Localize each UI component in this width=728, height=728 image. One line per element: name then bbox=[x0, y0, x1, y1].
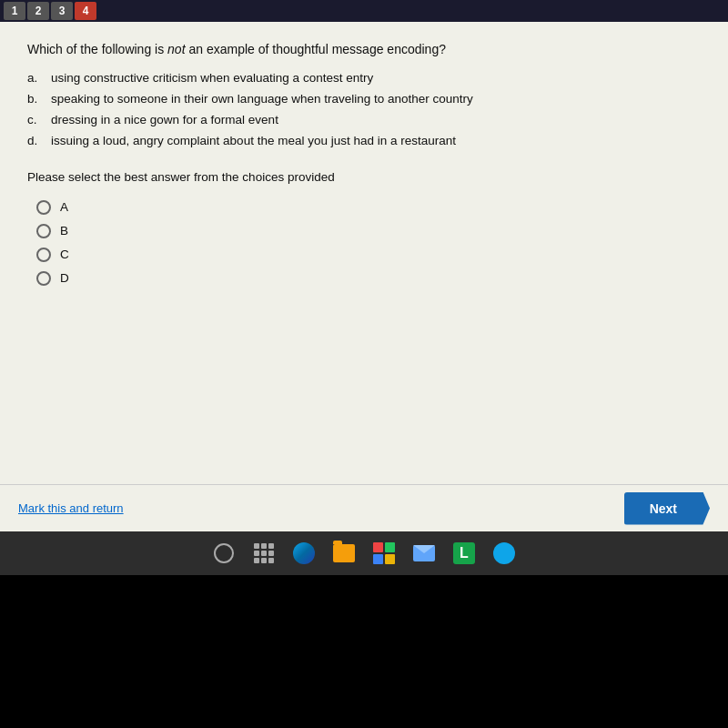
option-c-text: dressing in a nice gown for a formal eve… bbox=[51, 110, 278, 131]
option-d-text: issuing a loud, angry complaint about th… bbox=[51, 131, 456, 152]
edge-icon bbox=[293, 542, 315, 564]
radio-group: A B C D bbox=[36, 200, 701, 286]
store-button[interactable] bbox=[371, 541, 397, 566]
tab-3[interactable]: 3 bbox=[51, 2, 73, 20]
task-view-button[interactable] bbox=[251, 541, 277, 566]
option-a-letter: a. bbox=[27, 68, 44, 89]
action-bar: Mark this and return Next bbox=[0, 484, 728, 531]
mail-icon bbox=[413, 545, 435, 561]
radio-circle-c[interactable] bbox=[36, 248, 51, 262]
option-b-letter: b. bbox=[27, 89, 44, 110]
radio-label-c: C bbox=[60, 248, 69, 261]
radio-label-d: D bbox=[60, 271, 69, 285]
mail-button[interactable] bbox=[411, 541, 437, 566]
radio-option-a[interactable]: A bbox=[36, 200, 701, 215]
mark-return-link[interactable]: Mark this and return bbox=[18, 501, 124, 515]
l-icon: L bbox=[453, 542, 475, 564]
option-d: d. issuing a loud, angry complaint about… bbox=[27, 131, 701, 152]
quiz-container: Which of the following is not an example… bbox=[0, 22, 728, 531]
option-b: b. speaking to someone in their own lang… bbox=[27, 89, 701, 110]
radio-option-b[interactable]: B bbox=[36, 224, 701, 238]
radio-label-a: A bbox=[60, 200, 68, 214]
tab-1[interactable]: 1 bbox=[4, 2, 25, 20]
radio-circle-d[interactable] bbox=[36, 271, 51, 286]
search-button[interactable] bbox=[491, 541, 517, 566]
option-a-text: using constructive criticism when evalua… bbox=[51, 68, 373, 89]
radio-option-c[interactable]: C bbox=[36, 248, 701, 262]
edge-button[interactable] bbox=[291, 541, 317, 566]
file-explorer-button[interactable] bbox=[331, 541, 357, 566]
bottom-area bbox=[0, 575, 728, 728]
option-d-letter: d. bbox=[27, 131, 44, 152]
windows-icon bbox=[214, 543, 234, 563]
answer-list: a. using constructive criticism when eva… bbox=[27, 68, 701, 152]
option-c: c. dressing in a nice gown for a formal … bbox=[27, 110, 701, 131]
option-b-text: speaking to someone in their own languag… bbox=[51, 89, 473, 110]
instruction-text: Please select the best answer from the c… bbox=[27, 170, 701, 184]
next-button[interactable]: Next bbox=[624, 492, 710, 525]
tab-2[interactable]: 2 bbox=[27, 2, 49, 20]
option-c-letter: c. bbox=[27, 110, 44, 131]
radio-option-d[interactable]: D bbox=[36, 271, 701, 286]
search-taskbar-icon bbox=[493, 542, 515, 564]
tab-bar: 1 2 3 4 bbox=[0, 0, 728, 22]
store-icon bbox=[373, 542, 395, 564]
radio-circle-b[interactable] bbox=[36, 224, 51, 238]
windows-button[interactable] bbox=[211, 541, 237, 566]
folder-icon bbox=[333, 544, 355, 562]
radio-circle-a[interactable] bbox=[36, 200, 51, 215]
taskbar: L bbox=[0, 531, 728, 575]
l-app-button[interactable]: L bbox=[451, 541, 477, 566]
radio-label-b: B bbox=[60, 224, 68, 238]
question-stem: Which of the following is not an example… bbox=[27, 40, 701, 59]
tab-4[interactable]: 4 bbox=[75, 2, 96, 20]
grid-icon bbox=[254, 543, 274, 563]
option-a: a. using constructive criticism when eva… bbox=[27, 68, 701, 89]
